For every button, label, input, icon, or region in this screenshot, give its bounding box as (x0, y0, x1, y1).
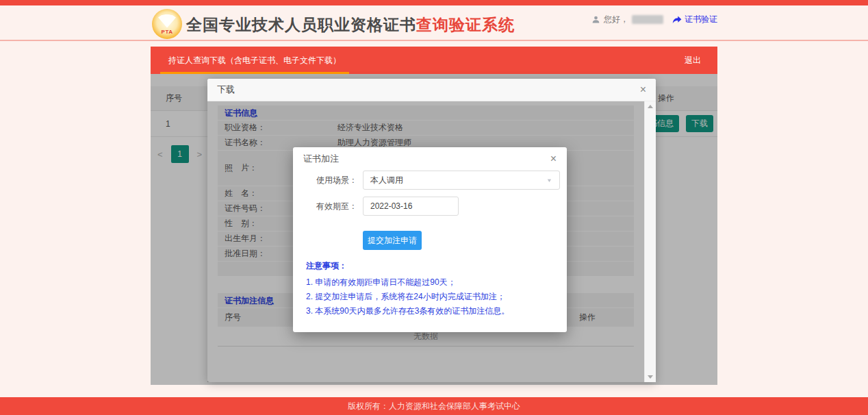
modal-scrollbar[interactable] (644, 101, 656, 382)
annotation-modal: 证书加注 × 使用场景： 本人调用 ▼ 有效期至： 提交加注申请 注意事项： 1… (293, 147, 567, 332)
notes-block: 注意事项： 1. 申请的有效期距申请日不能超过90天； 2. 提交加注申请后，系… (306, 260, 567, 318)
logo-fan-icon (158, 14, 176, 28)
annotation-modal-header: 证书加注 × (293, 147, 567, 171)
download-modal-close-icon[interactable]: × (640, 84, 646, 95)
username-redacted (632, 15, 663, 24)
copyright-text: 版权所有：人力资源和社会保障部人事考试中心 (348, 401, 520, 412)
notes-title: 注意事项： (306, 260, 567, 272)
chevron-down-icon: ▼ (546, 177, 552, 184)
verify-link-label: 证书验证 (685, 14, 717, 25)
valid-date-input[interactable] (363, 197, 459, 216)
scene-form-row: 使用场景： 本人调用 ▼ (293, 171, 567, 190)
user-icon (591, 15, 600, 24)
usage-scene-select[interactable]: 本人调用 ▼ (363, 171, 560, 190)
main-nav: 持证人查询下载（含电子证书、电子文件下载） 退出 (151, 47, 717, 74)
download-modal-header: 下载 × (207, 79, 656, 101)
user-bar: 您好， 证书验证 (591, 14, 717, 25)
annotation-modal-title: 证书加注 (303, 153, 339, 165)
scene-selected-value: 本人调用 (370, 175, 403, 186)
page-title-main: 全国专业技术人员职业资格证书 (186, 16, 416, 34)
scroll-down-icon[interactable] (648, 375, 653, 379)
annotation-modal-close-icon[interactable]: × (550, 153, 557, 164)
logo-label: PTA (152, 29, 182, 35)
scene-label: 使用场景： (293, 175, 363, 186)
note-line-3: 3. 本系统90天内最多允许存在3条有效的证书加注信息。 (306, 304, 567, 318)
tab-label: 持证人查询下载（含电子证书、电子文件下载） (168, 55, 341, 66)
top-accent-bar (0, 0, 868, 5)
site-header: PTA 全国专业技术人员职业资格证书查询验证系统 您好， 证书验证 (0, 5, 868, 41)
page-title: 全国专业技术人员职业资格证书查询验证系统 (186, 14, 515, 36)
certificate-verify-link[interactable]: 证书验证 (672, 14, 717, 25)
download-modal-title: 下载 (217, 84, 235, 96)
valid-date-form-row: 有效期至： (293, 197, 567, 216)
page-title-accent: 查询验证系统 (416, 16, 515, 34)
submit-annotation-button[interactable]: 提交加注申请 (363, 231, 422, 250)
logout-button[interactable]: 退出 (685, 55, 701, 66)
page-footer: 版权所有：人力资源和社会保障部人事考试中心 (0, 397, 868, 415)
share-arrow-icon (672, 16, 682, 24)
note-line-2: 2. 提交加注申请后，系统将在24小时内完成证书加注； (306, 290, 567, 304)
scroll-up-icon[interactable] (648, 105, 653, 108)
valid-date-label: 有效期至： (293, 201, 363, 212)
tab-holder-query-download[interactable]: 持证人查询下载（含电子证书、电子文件下载） (160, 47, 349, 74)
pta-logo: PTA (152, 9, 182, 39)
note-line-1: 1. 申请的有效期距申请日不能超过90天； (306, 275, 567, 290)
greeting-label: 您好， (604, 14, 628, 25)
